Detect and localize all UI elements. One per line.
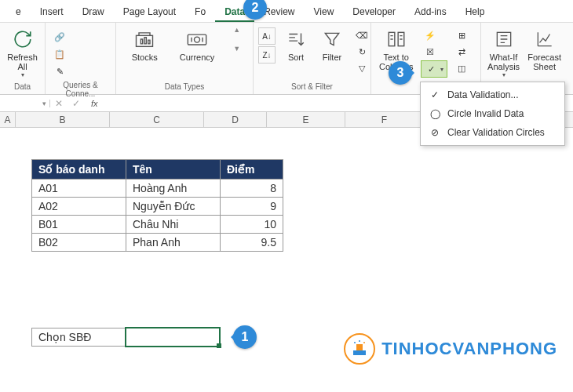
callout-3: 3 (389, 61, 412, 85)
menu-circle-invalid[interactable]: ◯ Circle Invalid Data (421, 104, 564, 123)
watermark-text: TINHOCVANPHONG (381, 339, 557, 359)
svg-rect-1 (188, 34, 206, 45)
tab-help[interactable]: Help (456, 3, 495, 22)
col-header-d[interactable]: D (204, 112, 267, 127)
properties-icon: 📋 (53, 48, 66, 60)
currency-icon (185, 27, 209, 51)
sort-icon (284, 27, 308, 51)
group-label-data: Data (5, 81, 40, 93)
whatif-button[interactable]: What-If Analysis ▾ (486, 26, 521, 80)
table-row[interactable]: B02Phan Anh9.5 (32, 234, 283, 252)
forecast-icon (533, 27, 557, 51)
group-label-datatypes: Data Types (121, 81, 248, 93)
table-row[interactable]: A01Hoàng Anh8 (32, 180, 283, 198)
tab-developer[interactable]: Developer (343, 3, 405, 22)
sort-za-icon[interactable]: Z↓ (258, 46, 276, 64)
lookup-label[interactable]: Chọn SBĐ (31, 328, 126, 347)
col-header-f[interactable]: F (345, 112, 424, 127)
svg-rect-6 (353, 350, 366, 355)
refresh-icon (11, 27, 35, 51)
sort-button[interactable]: Sort (280, 26, 312, 64)
tab-insert[interactable]: Insert (31, 3, 73, 22)
filter-button[interactable]: Filter (316, 26, 348, 64)
chevron-down-icon: ▾ (21, 71, 24, 78)
relationships-button[interactable]: ⇄ (452, 44, 471, 60)
clear-circles-icon: ⊘ (429, 126, 441, 139)
svg-point-8 (354, 342, 356, 343)
scroll-up-icon[interactable]: ▲ (233, 26, 240, 34)
table-row[interactable]: B01Châu Nhi10 (32, 216, 283, 234)
forecast-button[interactable]: Forecast Sheet (526, 26, 563, 73)
lookup-row: Chọn SBĐ (31, 328, 220, 347)
refresh-all-button[interactable]: Refresh All ▾ (5, 26, 40, 80)
col-header-e[interactable]: E (267, 112, 345, 127)
callout-1: 1 (233, 325, 257, 349)
col-header-c[interactable]: C (110, 112, 204, 127)
svg-point-9 (363, 342, 365, 343)
tab-view[interactable]: View (305, 3, 344, 22)
consolidate-icon: ⊞ (455, 29, 468, 42)
data-validation-menu: ✓ Data Validation... ◯ Circle Invalid Da… (420, 82, 565, 146)
remove-duplicates-button[interactable]: ☒ (421, 44, 447, 60)
header-sbd: Số báo danh (32, 160, 126, 180)
consolidate-button[interactable]: ⊞ (452, 27, 471, 43)
scroll-down-icon[interactable]: ▼ (233, 45, 240, 53)
group-label-sortfilter: Sort & Filter (258, 81, 366, 93)
tab-addins[interactable]: Add-ins (405, 3, 456, 22)
header-diem: Điểm (221, 160, 283, 180)
menu-clear-circles[interactable]: ⊘ Clear Validation Circles (421, 123, 564, 142)
tab-draw[interactable]: Draw (73, 3, 114, 22)
whatif-icon (492, 27, 516, 51)
tab-home-partial[interactable]: e (6, 3, 31, 22)
tab-formulas-partial[interactable]: Fo (185, 3, 215, 22)
link-icon: 🔗 (53, 31, 66, 43)
ribbon-tabs: e Insert Draw Page Layout Fo Data Review… (0, 0, 573, 23)
relationships-icon: ⇄ (455, 45, 468, 58)
flash-fill-button[interactable]: ⚡ (421, 27, 447, 43)
stocks-icon (133, 27, 156, 51)
data-table: Số báo danh Tên Điểm A01Hoàng Anh8 A02Ng… (31, 159, 283, 252)
menu-data-validation[interactable]: ✓ Data Validation... (421, 85, 564, 104)
svg-point-2 (195, 37, 200, 42)
reapply-button[interactable]: ↻ (352, 44, 371, 60)
queries-connections-button[interactable]: 🔗 (50, 29, 69, 45)
advanced-button[interactable]: ▽ (352, 60, 371, 76)
edit-icon: ✎ (53, 65, 66, 78)
stocks-button[interactable]: Stocks (129, 26, 161, 64)
lookup-input-cell[interactable] (126, 328, 220, 347)
fx-button[interactable]: fx (85, 99, 104, 108)
group-label-queries: Queries & Conne... (50, 79, 111, 100)
remove-dup-icon: ☒ (424, 45, 436, 58)
data-validation-button[interactable]: ✓▾ (421, 60, 447, 78)
clear-filter-button[interactable]: ⌫ (352, 27, 371, 43)
properties-button[interactable]: 📋 (50, 46, 69, 62)
data-model-icon: ◫ (455, 62, 468, 74)
tab-page-layout[interactable]: Page Layout (114, 3, 185, 22)
clear-icon: ⌫ (356, 29, 368, 42)
chevron-down-icon: ▾ (502, 71, 505, 78)
watermark: TINHOCVANPHONG (344, 333, 557, 365)
text-to-columns-icon (385, 27, 408, 51)
validation-icon: ✓ (425, 63, 437, 75)
name-box-dropdown[interactable]: ▾ (39, 100, 50, 107)
flash-fill-icon: ⚡ (424, 29, 436, 42)
validation-icon: ✓ (429, 89, 441, 101)
filter-icon (320, 27, 344, 51)
data-model-button[interactable]: ◫ (452, 60, 471, 76)
sort-az-icon[interactable]: A↓ (258, 27, 276, 45)
reapply-icon: ↻ (356, 45, 368, 58)
col-header-b[interactable]: B (16, 112, 110, 127)
col-header-a[interactable]: A (0, 112, 16, 127)
svg-point-10 (359, 340, 360, 342)
svg-rect-7 (356, 344, 363, 350)
watermark-logo-icon (344, 333, 375, 365)
table-row[interactable]: A02Nguyễn Đức9 (32, 198, 283, 216)
advanced-icon: ▽ (356, 62, 368, 74)
circle-invalid-icon: ◯ (429, 107, 441, 120)
header-ten: Tên (126, 160, 221, 180)
edit-links-button[interactable]: ✎ (50, 64, 69, 79)
currency-button[interactable]: Currency (177, 26, 218, 64)
